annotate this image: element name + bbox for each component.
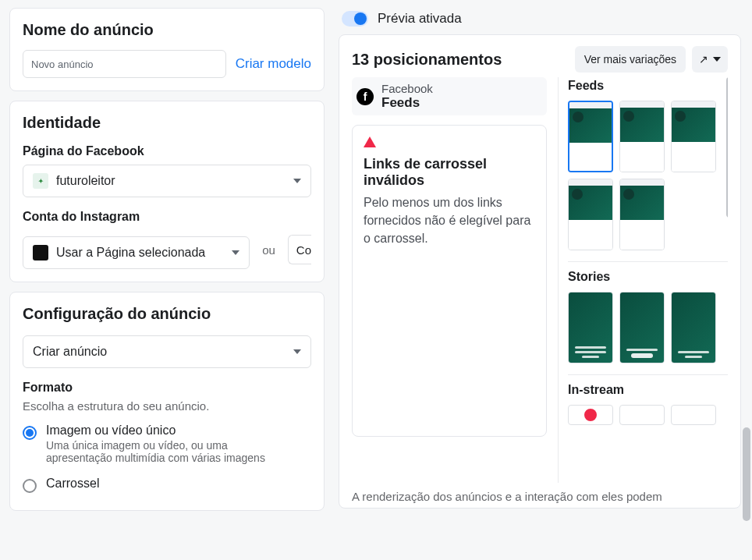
placement-thumb[interactable]: [671, 292, 716, 363]
divider: [568, 261, 728, 262]
error-box: Links de carrossel inválidos Pelo menos …: [352, 125, 547, 437]
radio-icon: [23, 479, 37, 493]
preview-toggle-label: Prévia ativada: [378, 11, 462, 27]
toggle-knob-icon: [354, 12, 367, 25]
placement-thumb[interactable]: [568, 292, 613, 363]
preview-panel: 13 posicionamentos Ver mais variações ↗ …: [339, 34, 741, 509]
outer-scrollbar[interactable]: [743, 6, 750, 544]
share-preview-button[interactable]: ↗: [692, 46, 728, 73]
identity-title: Identidade: [23, 114, 311, 132]
ad-name-input-value: Novo anúncio: [31, 58, 94, 70]
stop-icon: [584, 409, 597, 421]
placement-thumb[interactable]: [619, 101, 665, 172]
left-column: Nome do anúncio Novo anúncio Criar model…: [0, 0, 334, 560]
placement-thumb[interactable]: [619, 292, 665, 363]
placement-thumb[interactable]: [568, 101, 613, 172]
app-root: Nome do anúncio Novo anúncio Criar model…: [0, 0, 752, 560]
group-instream-title: In-stream: [568, 383, 728, 397]
ad-name-card: Nome do anúncio Novo anúncio Criar model…: [9, 8, 325, 91]
format-option-single-label: Imagem ou vídeo único: [46, 424, 288, 438]
placement-thumb[interactable]: [568, 179, 613, 250]
more-variations-button[interactable]: Ver mais variações: [575, 46, 686, 73]
preview-toggle[interactable]: [342, 11, 368, 27]
fb-page-select[interactable]: ✦ futuroleitor: [23, 165, 311, 197]
preview-panel-body: f Facebook Feeds Links de carrossel invá…: [352, 77, 728, 483]
chevron-down-icon: [232, 250, 239, 255]
platform-section: Feeds: [381, 95, 433, 111]
ig-account-value: Usar a Página selecionada: [56, 246, 224, 260]
error-desc: Pelo menos um dos links fornecidos não é…: [364, 193, 535, 248]
fb-page-label: Página do Facebook: [23, 144, 311, 158]
feeds-thumbs: [568, 101, 728, 250]
preview-toggle-row: Prévia ativada: [339, 8, 741, 34]
instream-thumbs: [568, 405, 728, 425]
identity-card: Identidade Página do Facebook ✦ futurole…: [9, 101, 325, 282]
scrollbar-thumb[interactable]: [726, 77, 728, 218]
warning-icon: [364, 136, 376, 147]
ad-config-select[interactable]: Criar anúncio: [23, 335, 311, 368]
platform-name: Facebook: [381, 82, 433, 95]
divider: [568, 374, 728, 375]
placement-thumb[interactable]: [671, 101, 716, 172]
ig-account-label: Conta do Instagram: [23, 210, 311, 224]
ad-name-input[interactable]: Novo anúncio: [23, 50, 226, 78]
fb-page-value: futuroleitor: [56, 174, 286, 188]
preview-panel-header: 13 posicionamentos Ver mais variações ↗: [352, 46, 728, 73]
ad-config-select-value: Criar anúncio: [33, 345, 286, 359]
external-link-icon: ↗: [699, 53, 708, 66]
format-help: Escolha a estrutura do seu anúncio.: [23, 399, 311, 413]
ad-name-title: Nome do anúncio: [23, 21, 311, 39]
placements-count-title: 13 posicionamentos: [352, 51, 502, 69]
chevron-down-icon: [293, 349, 301, 354]
preview-left-column: f Facebook Feeds Links de carrossel invá…: [352, 77, 547, 483]
platform-row: f Facebook Feeds: [352, 77, 547, 115]
format-radio-group: Imagem ou vídeo único Uma única imagem o…: [23, 424, 311, 493]
chevron-down-icon: [713, 57, 721, 62]
chevron-down-icon: [293, 179, 301, 183]
render-note: A renderização dos anúncios e a interaçã…: [352, 490, 662, 503]
placement-thumb[interactable]: [671, 405, 716, 425]
radio-icon: [23, 426, 37, 440]
fb-page-avatar-icon: ✦: [33, 173, 48, 189]
connect-account-button[interactable]: Co: [288, 235, 311, 264]
or-label: ou: [259, 243, 278, 257]
stories-thumbs: [568, 292, 728, 363]
ad-config-card: Configuração do anúncio Criar anúncio Fo…: [9, 292, 325, 511]
placement-thumb[interactable]: [619, 405, 665, 425]
format-option-carousel[interactable]: Carrossel: [23, 477, 311, 493]
placements-column: Feeds Stories: [558, 77, 728, 483]
ad-config-title: Configuração do anúncio: [23, 305, 311, 323]
group-stories-title: Stories: [568, 270, 728, 284]
placements-scroll[interactable]: Feeds Stories: [568, 77, 728, 483]
format-option-carousel-label: Carrossel: [46, 477, 99, 491]
right-column: Prévia ativada 13 posicionamentos Ver ma…: [334, 0, 752, 560]
format-label: Formato: [23, 381, 311, 395]
facebook-icon: f: [356, 88, 374, 105]
ig-account-avatar-icon: [33, 245, 48, 261]
placement-thumb[interactable]: [619, 179, 665, 250]
placement-thumb[interactable]: [568, 405, 613, 425]
ig-account-select[interactable]: Usar a Página selecionada: [23, 236, 250, 269]
inner-scrollbar[interactable]: [726, 77, 728, 470]
error-title: Links de carrossel inválidos: [364, 156, 535, 189]
format-option-single-desc: Uma única imagem ou vídeo, ou uma aprese…: [46, 439, 288, 464]
create-template-link[interactable]: Criar modelo: [236, 56, 311, 72]
scrollbar-thumb[interactable]: [743, 427, 750, 521]
more-variations-label: Ver mais variações: [584, 53, 676, 66]
group-feeds-title: Feeds: [568, 79, 728, 93]
format-option-single[interactable]: Imagem ou vídeo único Uma única imagem o…: [23, 424, 311, 464]
